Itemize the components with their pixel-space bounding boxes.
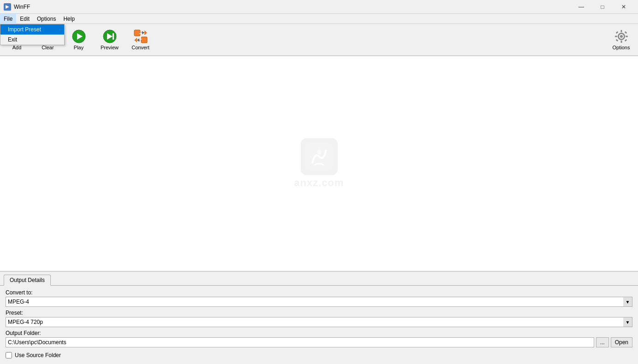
svg-rect-24 (615, 31, 618, 34)
preview-icon (102, 29, 117, 44)
svg-rect-21 (620, 41, 622, 43)
convert-to-label: Convert to: (6, 289, 632, 296)
folder-row: ... Open (6, 337, 632, 347)
convert-to-select-wrapper: MPEG-4 ▼ (6, 297, 632, 307)
toolbar: Add Clear Play (0, 24, 638, 56)
title-bar-left: WinFF (4, 3, 30, 11)
use-source-folder-row: Use Source Folder (6, 350, 632, 360)
tab-output-details[interactable]: Output Details (4, 275, 51, 286)
svg-rect-13 (113, 33, 114, 40)
output-folder-row: Output Folder: ... Open (6, 330, 632, 347)
output-folder-label: Output Folder: (6, 330, 632, 336)
preset-select[interactable]: MPEG-4 720p (6, 317, 632, 327)
app-title: WinFF (14, 4, 30, 10)
convert-to-select[interactable]: MPEG-4 (6, 297, 632, 307)
use-source-folder-checkbox[interactable] (6, 352, 12, 358)
convert-to-row: Convert to: MPEG-4 ▼ (6, 289, 632, 307)
play-button[interactable]: Play (64, 25, 94, 54)
open-button[interactable]: Open (611, 337, 632, 347)
close-button[interactable]: ✕ (613, 0, 634, 14)
watermark-text: anxz.com (294, 177, 344, 189)
svg-rect-25 (624, 31, 627, 34)
output-panel: Output Details Convert to: MPEG-4 ▼ Pres… (0, 271, 638, 364)
preset-label: Preset: (6, 310, 632, 316)
browse-button[interactable]: ... (596, 337, 609, 347)
svg-rect-30 (305, 143, 333, 170)
menu-help[interactable]: Help (60, 14, 78, 24)
watermark: anxz.com (294, 138, 344, 189)
svg-rect-22 (615, 36, 617, 37)
output-content: Convert to: MPEG-4 ▼ Preset: MPEG-4 720p… (0, 285, 638, 364)
options-label: Options (613, 45, 630, 50)
menu-bar: File Edit Options Help Import Preset Exi… (0, 14, 638, 24)
svg-rect-20 (620, 30, 622, 32)
svg-rect-16 (135, 30, 140, 35)
preview-label: Preview (101, 45, 119, 50)
app-icon (4, 3, 11, 11)
output-folder-input[interactable] (6, 337, 594, 347)
svg-point-31 (316, 150, 321, 154)
main-content-area: anxz.com (0, 56, 638, 271)
menu-options[interactable]: Options (33, 14, 60, 24)
convert-button[interactable]: Convert (125, 25, 155, 54)
file-dropdown-menu: Import Preset Exit (0, 24, 65, 45)
menu-file[interactable]: File (0, 14, 16, 24)
svg-rect-26 (615, 39, 618, 42)
svg-rect-23 (626, 36, 628, 37)
minimize-button[interactable]: — (571, 0, 592, 14)
watermark-icon (300, 138, 337, 175)
menu-edit[interactable]: Edit (16, 14, 33, 24)
preset-select-wrapper: MPEG-4 720p ▼ (6, 317, 632, 327)
svg-rect-27 (624, 39, 627, 42)
convert-label: Convert (131, 45, 149, 50)
svg-point-29 (620, 35, 622, 38)
svg-rect-17 (142, 37, 147, 42)
menu-item-import-preset[interactable]: Import Preset (0, 24, 64, 35)
play-label: Play (74, 45, 83, 50)
preset-row: Preset: MPEG-4 720p ▼ (6, 310, 632, 327)
options-icon (614, 29, 629, 44)
use-source-folder-label: Use Source Folder (15, 352, 61, 358)
maximize-button[interactable]: □ (592, 0, 613, 14)
output-tabs: Output Details (0, 272, 638, 285)
clear-label: Clear (42, 45, 54, 50)
preview-button[interactable]: Preview (95, 25, 125, 54)
options-toolbar-button[interactable]: Options (606, 25, 636, 54)
add-label: Add (12, 45, 22, 50)
title-bar: WinFF — □ ✕ (0, 0, 638, 14)
window-controls: — □ ✕ (571, 0, 634, 14)
play-icon (72, 29, 86, 44)
convert-icon (133, 29, 148, 44)
menu-item-exit[interactable]: Exit (0, 35, 64, 45)
